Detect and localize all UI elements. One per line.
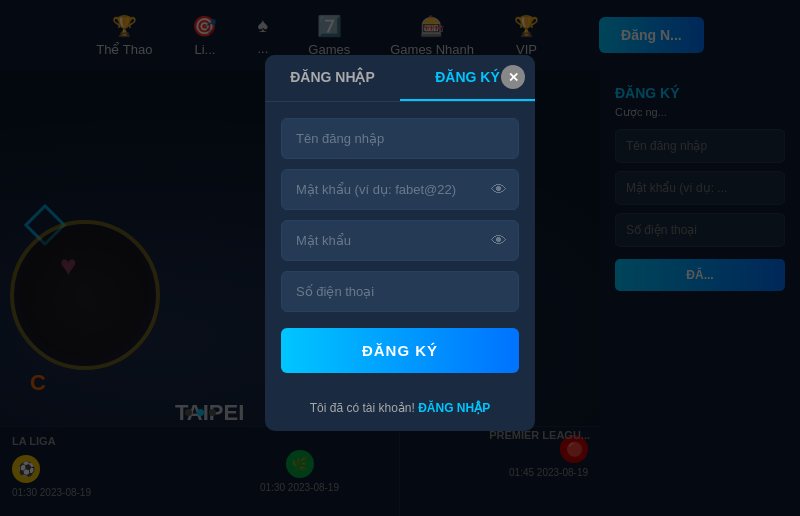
- modal-tabs: ĐĂNG NHẬP ĐĂNG KÝ: [265, 55, 535, 102]
- confirm-password-input[interactable]: [281, 220, 519, 261]
- modal-register-button[interactable]: ĐĂNG KÝ: [281, 328, 519, 373]
- phone-field-wrap: [281, 271, 519, 312]
- password-eye-icon[interactable]: 👁: [491, 181, 507, 199]
- confirm-password-field-wrap: 👁: [281, 220, 519, 261]
- modal-footer-text: Tôi đã có tài khoản!: [310, 401, 415, 415]
- modal-close-button[interactable]: ✕: [501, 65, 525, 89]
- modal-footer: Tôi đã có tài khoản! ĐĂNG NHẬP: [265, 389, 535, 431]
- confirm-password-eye-icon[interactable]: 👁: [491, 232, 507, 250]
- phone-input[interactable]: [281, 271, 519, 312]
- password-field-wrap: 👁: [281, 169, 519, 210]
- modal-body: 👁 👁 ĐĂNG KÝ: [265, 102, 535, 389]
- modal-footer-login-link[interactable]: ĐĂNG NHẬP: [418, 401, 490, 415]
- username-field-wrap: [281, 118, 519, 159]
- password-input[interactable]: [281, 169, 519, 210]
- modal-overlay: ĐĂNG NHẬP ĐĂNG KÝ ✕ 👁 👁 ĐĂNG KÝ Tôi đã c…: [0, 0, 800, 516]
- username-input[interactable]: [281, 118, 519, 159]
- tab-login[interactable]: ĐĂNG NHẬP: [265, 55, 400, 101]
- modal: ĐĂNG NHẬP ĐĂNG KÝ ✕ 👁 👁 ĐĂNG KÝ Tôi đã c…: [265, 55, 535, 431]
